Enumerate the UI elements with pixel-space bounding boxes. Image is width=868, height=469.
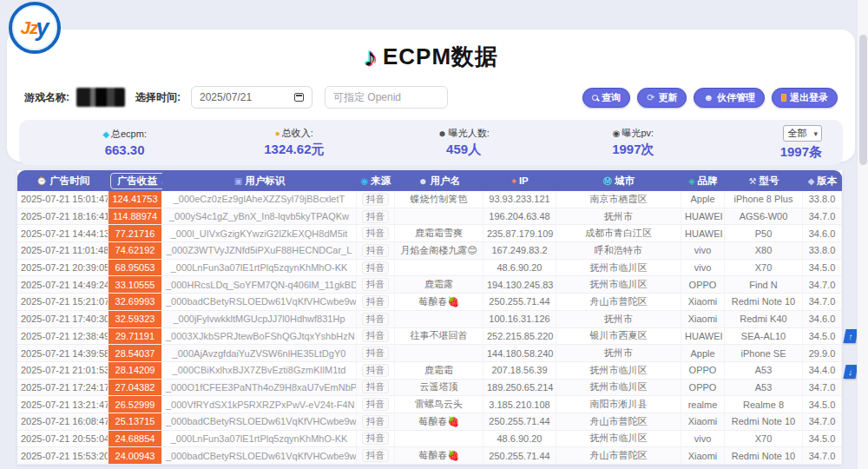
cell-model: Redmi Note 10 (725, 413, 803, 431)
logout-door-icon (781, 94, 786, 102)
cell-user-id: _000jFylvwkkltMGUcpJJ7l0Hdhwf831Hp (162, 311, 357, 328)
cell-ip: 189.250.65.214 (483, 380, 556, 397)
table-row: 2025-07-21 20:55:0424.68854_000LnFun3a07… (17, 431, 842, 448)
cell-username: 云遥塔顶 (395, 380, 483, 397)
cell-brand: Xiaomi (681, 294, 725, 311)
scroll-top-button[interactable]: ↑ (843, 329, 858, 343)
cell-city: 成都市青白江区 (556, 225, 681, 242)
cell-version: 34.5.0 (803, 431, 842, 448)
cell-ad-revenue: 32.59323 (108, 311, 162, 328)
cell-user-id: _000O1fCFEE3PaNTh4oZ9H8xaU7vEmNbPb (162, 380, 357, 397)
logo-text-y: y (36, 15, 49, 42)
cell-brand: Apple (681, 345, 725, 362)
table-row: 2025-07-21 18:16:41114.88974_000yS4c1gZ_… (17, 208, 842, 226)
query-button[interactable]: 查询 (582, 88, 630, 108)
record-count: 1997条 (718, 144, 822, 161)
select-time-label: 选择时间: (135, 90, 181, 105)
cell-version: 34.7.0 (803, 413, 842, 431)
cell-model: A53 (725, 380, 803, 397)
col-header-ad-revenue: 广告收益 ↓ (108, 170, 162, 191)
cell-model: A53 (725, 362, 803, 380)
cell-model: X70 (725, 431, 803, 448)
cell-model: Realme 8 (725, 396, 803, 413)
cell-city: 舟山市普陀区 (556, 447, 681, 465)
cell-brand: OPPO (681, 380, 725, 397)
cell-ad-time: 2025-07-21 15:21:07 (17, 294, 108, 311)
cell-ad-revenue: 33.10555 (108, 276, 162, 294)
cell-ip: 100.16.31.126 (483, 311, 556, 328)
revenue-sort-button[interactable]: 广告收益 ↓ (110, 173, 162, 189)
calendar-icon[interactable] (294, 93, 304, 102)
refresh-icon: ⟳ (647, 93, 654, 102)
search-icon (592, 95, 598, 101)
refresh-button[interactable]: ⟳ 更新 (637, 88, 687, 108)
table-row: 2025-07-21 11:01:4874.62192_000Z3WTVyJZN… (17, 242, 842, 260)
cell-source: 抖音 (357, 447, 395, 465)
cell-source: 抖音 (357, 328, 395, 346)
col-header-label: 版本 (817, 175, 837, 186)
cell-model: P50 (725, 225, 803, 242)
eyes-icon: ◉ (613, 129, 621, 138)
source-icon: ◉ (361, 176, 369, 186)
cell-brand: Xiaomi (681, 311, 725, 328)
cell-user-id: _000LnFun3a07lE1rtPlq5zqynKhMhO-KK (162, 260, 357, 277)
table-row: 2025-07-21 21:01:5328.14209_000CBiKxlhxB… (17, 362, 842, 380)
cell-username (395, 431, 483, 448)
scroll-bottom-button[interactable]: ↓ (843, 365, 858, 379)
stats-bar: ◆总ecpm: 663.30 ●总收入: 1324.62元 ☻曝光人数: 459… (19, 120, 843, 165)
openid-input[interactable] (325, 86, 448, 109)
cell-model: Redmi K40 (725, 311, 803, 328)
version-icon: ◆ (808, 176, 815, 186)
cell-source: 抖音 (357, 260, 395, 277)
cell-user-id: _000HRcsLDq_SoYFM7QN-q406lM_11gkBD (162, 276, 357, 294)
cell-username: 往事不堪回首 (395, 328, 483, 346)
title-row: ♪ ECPM数据 (7, 30, 855, 72)
cell-ad-revenue: 28.14209 (108, 362, 162, 380)
page-scrollbar[interactable] (857, 0, 868, 469)
cell-source: 抖音 (357, 276, 395, 294)
header-card: ♪ ECPM数据 游戏名称: 选择时间: 2025/07/21 查询 ⟳ 更新 … (7, 30, 855, 162)
cell-ip: 207.18.56.39 (483, 362, 556, 380)
cell-source: 抖音 (357, 362, 395, 380)
logout-button[interactable]: 退出登录 (772, 88, 838, 108)
cell-username (395, 311, 483, 328)
site-logo: Jzy (9, 2, 61, 54)
cell-ip: 250.255.71.44 (483, 413, 556, 431)
partner-manage-button[interactable]: ☻ 伙伴管理 (694, 88, 765, 108)
page-title: ECPM数据 (383, 42, 498, 72)
scrollbar-thumb[interactable] (859, 35, 867, 165)
ecpm-table: ⌚广告时间 广告收益 ↓ ▣用户标识 ◉来源 ☻用户名 ⌖IP Ⓜ城市 ◈品牌 … (17, 170, 842, 465)
table-header-row: ⌚广告时间 广告收益 ↓ ▣用户标识 ◉来源 ☻用户名 ⌖IP Ⓜ城市 ◈品牌 … (17, 170, 842, 191)
stat-exposure-users: ☻曝光人数: 459人 (379, 127, 549, 158)
cell-brand: vivo (681, 431, 725, 448)
cell-ip: 48.6.90.20 (483, 431, 556, 448)
cell-username: 蝶烧竹制篱笆 (395, 191, 483, 208)
cell-ad-time: 2025-07-21 14:44:13 (17, 225, 108, 242)
table-row: 2025-07-21 15:21:0732.69993_000badCBetyR… (17, 294, 842, 311)
date-picker[interactable]: 2025/07/21 (191, 86, 312, 109)
table-row: 2025-07-21 17:24:1727.04382_000O1fCFEE3P… (17, 380, 842, 397)
table-row: 2025-07-21 12:38:4929.71191_0003XJkbSPRJ… (17, 328, 842, 346)
sort-desc-icon: ↓ (161, 176, 162, 186)
cell-user-id: _000badCBetyRSLOEDw61VqKfVHCwbe9wv (162, 294, 357, 311)
cell-model: Redmi Note 10 (725, 294, 803, 311)
cell-ad-time: 2025-07-21 20:55:04 (17, 431, 108, 448)
cell-username (395, 260, 483, 277)
cell-brand: vivo (681, 260, 725, 277)
query-button-label: 查询 (602, 91, 621, 104)
col-header-label: 城市 (615, 175, 635, 186)
tag-icon: ◈ (688, 176, 695, 186)
col-header-label: 来源 (371, 175, 391, 186)
cell-ad-time: 2025-07-21 15:01:47 (17, 191, 108, 208)
scope-select[interactable]: 全部 ▾ (783, 125, 822, 142)
cell-city: 抚州市临川区 (556, 380, 681, 397)
date-value: 2025/07/21 (200, 91, 252, 103)
cell-username (395, 208, 483, 226)
cell-model: X80 (725, 242, 803, 260)
table-row: 2025-07-21 20:39:0568.95053_000LnFun3a07… (17, 260, 842, 277)
cell-username: 莓酿春🍓 (395, 294, 483, 311)
col-header-label: 型号 (759, 175, 779, 186)
cell-brand: OPPO (681, 362, 725, 380)
cell-version: 34.7.0 (803, 276, 842, 294)
table-row: 2025-07-21 17:40:3032.59323_000jFylvwkkl… (17, 311, 842, 328)
